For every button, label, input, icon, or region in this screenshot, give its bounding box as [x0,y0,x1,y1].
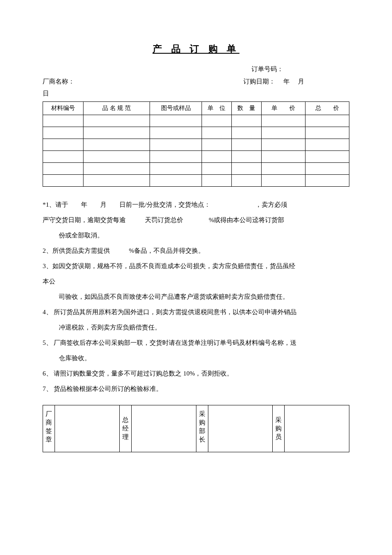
note-5b: 仓库验收。 [43,350,349,366]
table-row [43,162,349,174]
note-5a: 5、 厂商签收后存本公司采购部一联，交货时请在送货单注明订单号码及材料编号名称，… [43,335,349,350]
sign-purchase-mgr-label: 采购部长 [196,405,208,452]
note-1b: 严守交货日期，逾期交货每逾 天罚订货总价 %或得由本公司迳将订货部 [43,212,349,228]
sign-gm-label: 总经理 [119,405,131,452]
note-3a: 3、如因交货误期，规格不符，品质不良而造成本公司损失，卖方应负赔偿责任，货品虽经 [43,258,349,274]
table-row [43,139,349,150]
col-qty: 数 量 [231,101,261,115]
sign-vendor-seal-box [55,405,120,452]
sign-vendor-seal-label: 厂商签章 [43,405,55,452]
sign-purchaser-label: 采购员 [273,405,285,452]
order-date-day: 日 [43,87,349,100]
col-unit: 单 位 [202,101,231,115]
table-header-row: 材料编号 品 名 规 范 图号或样品 单 位 数 量 单 价 总 价 [43,101,349,115]
col-total: 总 价 [305,101,349,115]
col-material-no: 材料编号 [43,101,84,115]
vendor-name-label: 厂商名称： [43,75,75,88]
table-row [43,150,349,162]
note-1a: *1、请于 年 月 日前一批/分批交清，交货地点： ，卖方必须 [43,197,349,212]
sign-purchase-mgr-box [208,405,273,452]
sign-purchaser-box [285,405,349,452]
table-row [43,174,349,186]
terms-block: *1、请于 年 月 日前一批/分批交清，交货地点： ，卖方必须 严守交货日期，逾… [43,197,349,396]
document-title: 产 品 订 购 单 [43,43,349,55]
note-6: 6、 请照订购数量交货，量多不可超过订购总数之 10%，否则拒收。 [43,366,349,381]
col-drawing: 图号或样品 [150,101,202,115]
sign-gm-box [131,405,196,452]
col-name-spec: 品 名 规 范 [83,101,150,115]
order-table: 材料编号 品 名 规 范 图号或样品 单 位 数 量 单 价 总 价 [43,101,349,187]
col-price: 单 价 [261,101,305,115]
note-7: 7、 货品检验根据本公司所订的检验标准。 [43,381,349,396]
signature-table: 厂商签章 总经理 采购部长 采购员 [43,405,349,452]
order-date-label: 订购日期： 年 月 [75,75,304,88]
order-number-label: 订单号码： [43,63,349,75]
table-row [43,115,349,127]
note-4b: 冲退税款，否则卖方应负赔偿责任。 [43,320,349,335]
header-block: 订单号码： 厂商名称： 订购日期： 年 月 日 [43,63,349,100]
table-row [43,127,349,139]
note-1c: 份或全部取消。 [43,228,349,243]
note-4a: 4、 所订货品其所用原料若为国外进口，则卖方需提供退税同意书，以供本公司申请外销… [43,304,349,320]
note-3b: 本公 [43,274,349,289]
document-page: 产 品 订 购 单 订单号码： 厂商名称： 订购日期： 年 月 日 材料编号 品… [0,0,392,555]
note-2: 2、所供货品卖方需提供 %备品，不良品并得交换。 [43,243,349,258]
note-3c: 司验收，如因品质不良而致使本公司产品遭客户退货或索赔时卖方应负赔偿责任。 [43,289,349,304]
